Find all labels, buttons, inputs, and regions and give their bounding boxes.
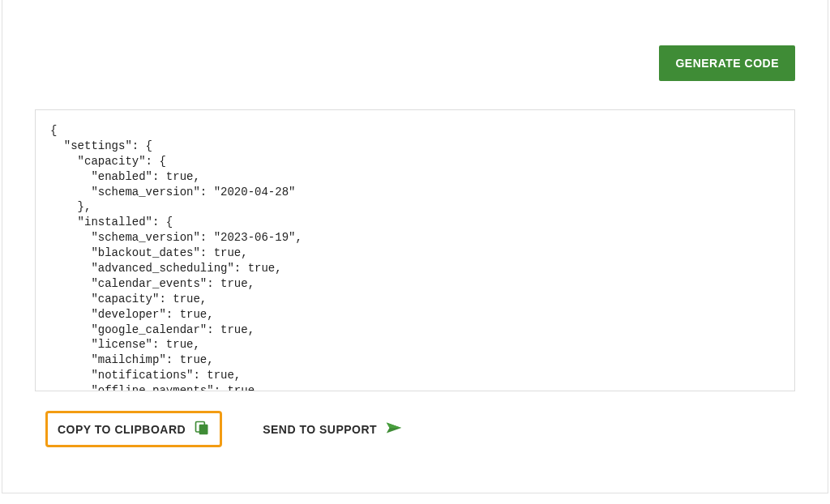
- svg-marker-3: [387, 423, 401, 428]
- copy-icon: [194, 420, 210, 438]
- copy-label: COPY TO CLIPBOARD: [58, 423, 186, 436]
- code-output[interactable]: { "settings": { "capacity": { "enabled":…: [36, 110, 794, 391]
- generate-code-button[interactable]: GENERATE CODE: [659, 45, 795, 81]
- svg-rect-1: [199, 425, 208, 435]
- bottom-actions-bar: COPY TO CLIPBOARD SEND TO SUPPORT: [35, 411, 795, 447]
- settings-panel: GENERATE CODE { "settings": { "capacity"…: [2, 0, 828, 493]
- code-output-container: { "settings": { "capacity": { "enabled":…: [35, 109, 795, 391]
- send-to-support-button[interactable]: SEND TO SUPPORT: [253, 414, 413, 444]
- copy-to-clipboard-button[interactable]: COPY TO CLIPBOARD: [45, 411, 222, 447]
- top-actions-bar: GENERATE CODE: [35, 0, 795, 81]
- support-label: SEND TO SUPPORT: [263, 423, 377, 436]
- send-icon: [385, 421, 403, 438]
